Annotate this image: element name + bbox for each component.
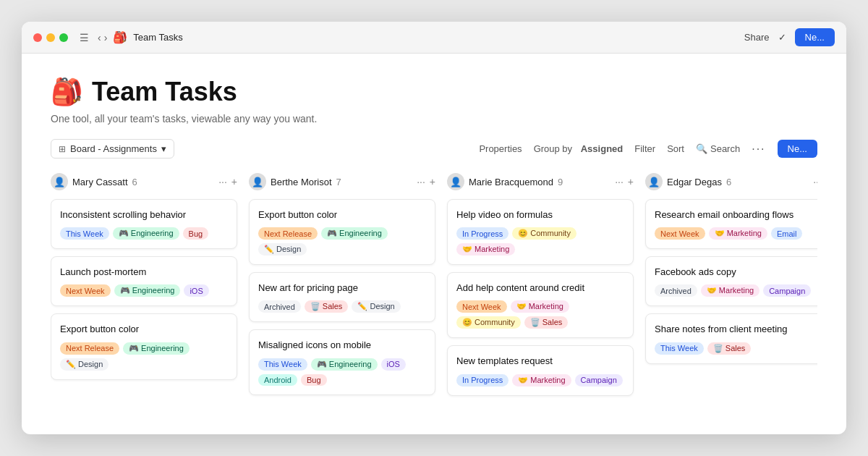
tag[interactable]: Bug <box>301 374 327 386</box>
new-button[interactable]: Ne... <box>795 28 835 46</box>
card-title: Export button color <box>258 208 426 221</box>
task-card[interactable]: Misaligned icons on mobileThis Week🎮 Eng… <box>249 329 435 394</box>
sort-label: Sort <box>667 143 684 154</box>
tag[interactable]: 🤝 Marketing <box>701 284 760 297</box>
tag[interactable]: 🎮 Engineering <box>123 342 190 355</box>
column-add-button[interactable]: + <box>430 176 435 187</box>
tag[interactable]: ✏️ Design <box>352 300 400 313</box>
tag[interactable]: Archived <box>258 300 301 313</box>
share-button[interactable]: Share <box>744 32 770 43</box>
tag[interactable]: 🤝 Marketing <box>709 227 767 240</box>
tag[interactable]: Android <box>258 374 297 386</box>
card-tags: Next Week🤝 Marketing😊 Community🗑️ Sales <box>456 300 624 329</box>
tag[interactable]: Archived <box>655 284 697 297</box>
tag[interactable]: 🤝 Marketing <box>456 243 515 256</box>
card-tags: Next Week🎮 EngineeringiOS <box>60 284 228 297</box>
tag[interactable]: iOS <box>381 358 406 371</box>
tag[interactable]: In Progress <box>456 227 509 240</box>
more-options-button[interactable]: ··· <box>752 143 765 156</box>
assignee-count: 6 <box>132 177 137 187</box>
group-by-button[interactable]: Group by Assigned <box>534 143 624 154</box>
tag[interactable]: 🗑️ Sales <box>524 316 569 329</box>
toolbar-new-button[interactable]: Ne... <box>778 140 817 158</box>
properties-button[interactable]: Properties <box>479 143 522 154</box>
filter-label: Filter <box>634 143 655 154</box>
card-title: Help video on formulas <box>456 208 624 221</box>
tag[interactable]: Campaign <box>575 374 623 387</box>
titlebar-actions: Share ✓ Ne... <box>744 28 835 46</box>
task-card[interactable]: Share notes from client meetingThis Week… <box>645 313 817 363</box>
card-tags: This Week🗑️ Sales <box>655 342 817 355</box>
tag[interactable]: iOS <box>184 284 208 297</box>
task-card[interactable]: Add help content around creditNext Week🤝… <box>447 272 634 338</box>
menu-icon[interactable]: ☰ <box>80 32 89 43</box>
column-berthe: 👤 Berthe Morisot 7 ··· + Export button c… <box>249 173 435 403</box>
back-button[interactable]: ‹ <box>98 32 101 43</box>
tag[interactable]: 🎮 Engineering <box>113 227 179 240</box>
tag[interactable]: ✏️ Design <box>60 358 109 371</box>
tag[interactable]: This Week <box>60 227 109 240</box>
traffic-lights <box>33 33 68 42</box>
column-header: 👤 Edgar Degas 6 ··· + <box>645 173 817 190</box>
tag[interactable]: Next Week <box>60 284 111 297</box>
tag[interactable]: 🗑️ Sales <box>707 342 752 355</box>
assignee-name: Edgar Degas <box>667 177 722 187</box>
tag[interactable]: 🗑️ Sales <box>305 300 349 313</box>
tag[interactable]: 😊 Community <box>512 227 576 240</box>
sort-button[interactable]: Sort <box>667 143 684 154</box>
task-card[interactable]: Research email onboarding flowsNext Week… <box>645 199 817 249</box>
card-title: Launch post-mortem <box>60 266 228 279</box>
tag[interactable]: Next Release <box>258 227 318 240</box>
card-title: Misaligned icons on mobile <box>258 339 426 352</box>
task-card[interactable]: Export button colorNext Release🎮 Enginee… <box>249 199 435 265</box>
tag[interactable]: This Week <box>258 358 307 371</box>
tag[interactable]: 🤝 Marketing <box>511 300 569 313</box>
card-tags: In Progress🤝 MarketingCampaign <box>456 374 624 387</box>
tag[interactable]: 😊 Community <box>456 316 521 329</box>
card-title: Export button color <box>60 323 228 336</box>
tag[interactable]: Next Week <box>655 227 705 240</box>
tag[interactable]: This Week <box>655 342 704 355</box>
tag[interactable]: In Progress <box>456 374 509 387</box>
column-more-button[interactable]: ··· <box>417 176 425 187</box>
tag[interactable]: 🎮 Engineering <box>311 358 378 371</box>
column-more-button[interactable]: ··· <box>813 176 817 187</box>
card-title: Research email onboarding flows <box>655 208 817 221</box>
column-add-button[interactable]: + <box>628 176 634 187</box>
task-card[interactable]: Inconsistent scrolling behaviorThis Week… <box>51 199 237 249</box>
close-button[interactable] <box>33 33 42 42</box>
avatar: 👤 <box>249 173 266 190</box>
column-marie: 👤 Marie Bracquemond 9 ··· + Help video o… <box>447 173 634 403</box>
tag[interactable]: Next Release <box>60 342 119 355</box>
checkmark-icon: ✓ <box>778 32 786 43</box>
minimize-button[interactable] <box>46 33 55 42</box>
forward-button[interactable]: › <box>104 32 108 43</box>
view-selector[interactable]: ⊞ Board - Assignments ▾ <box>51 139 174 159</box>
column-more-button[interactable]: ··· <box>615 176 624 187</box>
column-actions: ··· + <box>813 176 817 187</box>
column-add-button[interactable]: + <box>231 176 237 187</box>
task-card[interactable]: New art for pricing pageArchived🗑️ Sales… <box>249 272 435 322</box>
task-card[interactable]: New templates requestIn Progress🤝 Market… <box>447 345 634 395</box>
card-title: New templates request <box>456 355 624 368</box>
maximize-button[interactable] <box>59 33 68 42</box>
tag[interactable]: Email <box>771 227 803 240</box>
page-description: One tool, all your team's tasks, viewabl… <box>51 113 817 124</box>
tag[interactable]: 🤝 Marketing <box>512 374 571 387</box>
page-title: Team Tasks <box>92 77 237 107</box>
tag[interactable]: 🎮 Engineering <box>114 284 181 297</box>
search-button[interactable]: 🔍 Search <box>696 143 740 154</box>
tag[interactable]: Bug <box>183 227 209 240</box>
card-tags: Next Release🎮 Engineering✏️ Design <box>60 342 228 371</box>
column-more-button[interactable]: ··· <box>218 176 227 187</box>
task-card[interactable]: Help video on formulasIn Progress😊 Commu… <box>447 199 634 265</box>
task-card[interactable]: Launch post-mortemNext Week🎮 Engineering… <box>51 256 237 306</box>
avatar: 👤 <box>645 173 663 190</box>
tag[interactable]: ✏️ Design <box>258 243 307 256</box>
task-card[interactable]: Facebook ads copyArchived🤝 MarketingCamp… <box>645 256 817 306</box>
tag[interactable]: Campaign <box>763 284 811 297</box>
task-card[interactable]: Export button colorNext Release🎮 Enginee… <box>51 313 237 379</box>
filter-button[interactable]: Filter <box>634 143 655 154</box>
tag[interactable]: Next Week <box>456 300 507 313</box>
tag[interactable]: 🎮 Engineering <box>321 227 388 240</box>
